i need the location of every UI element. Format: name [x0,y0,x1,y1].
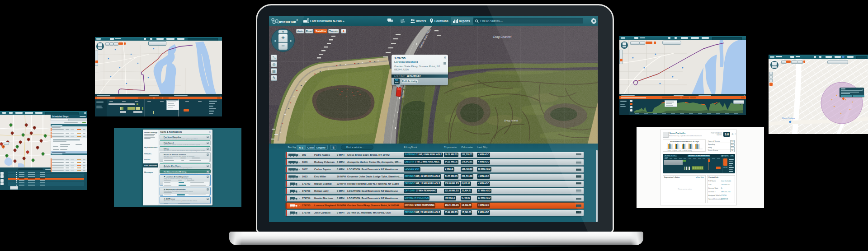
svg-text:Drag Channel: Drag Channel [493,35,512,39]
svg-text:Drag Island: Drag Island [504,119,518,122]
